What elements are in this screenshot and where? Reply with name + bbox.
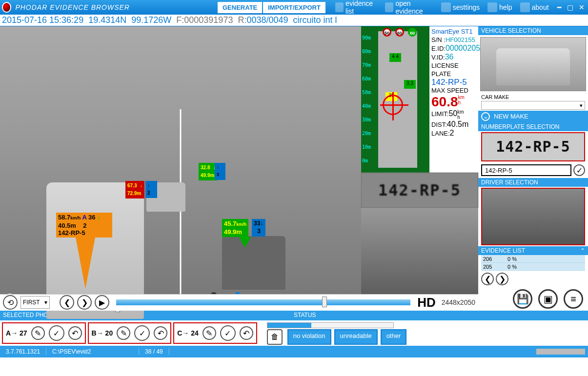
help-icon — [487, 2, 497, 12]
no-violation-button[interactable]: no violation — [287, 329, 331, 345]
resolution-label: 2448x2050 — [442, 298, 475, 306]
first-dropdown[interactable]: FIRST▾ — [20, 296, 50, 309]
group-b-edit-button[interactable]: ✎ — [117, 326, 130, 340]
group-c-edit-button[interactable]: ✎ — [203, 326, 216, 340]
chevron-down-icon: ▾ — [580, 102, 583, 109]
info-strip: 2015-07-16 15:36:29 19.4314N 99.1726W F:… — [0, 15, 588, 26]
driver-selection-header: DRIVER SELECTION — [478, 178, 588, 187]
group-a-edit-button[interactable]: ✎ — [31, 326, 45, 340]
radar-plate: 142-RP-5 — [431, 78, 476, 86]
titlebar: PHODAR EVIDENCE BROWSER GENERATE IMPORT/… — [0, 0, 588, 15]
clapper-icon — [385, 2, 393, 12]
speed-sign-2: 60 — [395, 28, 404, 37]
group-a-undo-button[interactable]: ↶ — [68, 326, 82, 340]
overlay-primary[interactable]: 58.7km/h A 36 ↓ 40.5m 2 142-RP-5 — [56, 213, 112, 237]
status-counter: 38 / 49 — [139, 348, 169, 355]
plate-crop-preview: 142-RP-5 — [361, 173, 478, 208]
menu-about[interactable]: about — [520, 2, 549, 12]
radar-dist: 40.5m — [447, 120, 468, 128]
group-b-undo-button[interactable]: ↶ — [154, 326, 167, 340]
info-frame: 0000391973 — [184, 15, 233, 25]
status-progress — [267, 322, 394, 328]
radar-vehicle-a: 4.4 — [389, 53, 401, 62]
evidence-photo[interactable]: 58.7km/h A 36 ↓ 40.5m 2 142-RP-5 67.3 ↓7… — [0, 26, 361, 307]
radar-eid: 00000205 — [446, 44, 480, 52]
minimize-button[interactable]: ━ — [555, 3, 564, 12]
radar-device: SmartEye ST1 — [431, 27, 476, 36]
delete-button[interactable]: 🗑 — [267, 329, 283, 345]
radar-lane: 2 — [450, 129, 454, 137]
menu-help[interactable]: help — [487, 2, 512, 12]
frame-slider[interactable] — [116, 299, 410, 305]
chevron-up-icon[interactable]: ⌃ — [580, 247, 585, 254]
status-path: C:\PSEV\evid2 — [46, 348, 139, 355]
other-button[interactable]: other — [381, 329, 407, 345]
vehicle-sedan-shape — [222, 236, 285, 290]
info-lat: 19.4314N — [88, 15, 126, 25]
speed-sign-3: 60 — [408, 28, 417, 37]
group-b-confirm-button[interactable]: ✓ — [134, 325, 150, 341]
radar-vehicle-b: 3.3 — [404, 80, 416, 89]
tab-import-export[interactable]: IMPORT/EXPORT — [263, 2, 325, 13]
confirm-plate-button[interactable]: ✓ — [573, 164, 585, 176]
vehicle-selection-thumb[interactable] — [480, 37, 586, 91]
numberplate-crop[interactable]: 142-RP-5 — [481, 132, 585, 161]
group-c-confirm-button[interactable]: ✓ — [220, 325, 236, 341]
group-c-undo-button[interactable]: ↶ — [240, 326, 253, 340]
radar-target-icon — [383, 95, 403, 115]
statusbar: 3.7.761.1321 C:\PSEV\evid2 38 / 49 — [0, 346, 588, 357]
selected-photos-body: A→ 27 ✎ ✓ ↶ B→ 20 ✎ ✓ ↶ C→ 24 ✎ ✓ ↶ 🗑 no… — [0, 320, 588, 346]
chevron-down-icon: ▾ — [44, 299, 47, 306]
evidence-prev-button[interactable]: ❮ — [481, 273, 494, 285]
status-scroll-placeholder[interactable] — [536, 349, 585, 355]
export-image-button[interactable]: ▣ — [538, 289, 558, 309]
info-location: circuito int l — [293, 15, 337, 25]
driver-crop[interactable] — [481, 188, 585, 245]
refresh-button[interactable]: ⟲ — [3, 295, 18, 310]
info-icon — [520, 2, 530, 12]
close-button[interactable]: ✕ — [577, 3, 586, 12]
maximize-button[interactable]: ▢ — [566, 3, 575, 12]
overlay-2-lane: ↓2 — [145, 181, 157, 198]
evidence-row[interactable]: 2050 % — [481, 263, 585, 271]
radar-limit: 50 — [448, 109, 457, 118]
database-button[interactable]: ≡ — [564, 289, 583, 309]
save-button[interactable]: 💾 — [513, 289, 532, 309]
gear-icon — [441, 2, 451, 12]
overlay-3[interactable]: 45.7km/h49.9m — [222, 219, 248, 237]
selected-group-b: B→ 20 ✎ ✓ ↶ — [88, 322, 172, 344]
list-icon — [335, 2, 344, 12]
evidence-next-button[interactable]: ❯ — [496, 273, 508, 285]
tab-generate[interactable]: GENERATE — [218, 2, 262, 13]
speed-sign-1: 50 — [383, 28, 391, 37]
menu-evidence-list[interactable]: evidence list — [335, 0, 377, 15]
selected-group-c: C→ 24 ✎ ✓ ↶ — [173, 322, 257, 344]
car-make-dropdown[interactable]: ▾ — [481, 101, 585, 110]
radar-sn: HF002155 — [446, 36, 475, 43]
car-make-label: CAR MAKE — [478, 94, 588, 100]
evidence-list-header: EVIDENCE LIST ⌃ — [478, 246, 588, 255]
evidence-row[interactable]: 2060 % — [481, 255, 585, 263]
overlay-2[interactable]: 67.3 ↓72.9m — [125, 181, 144, 198]
numberplate-input[interactable] — [481, 164, 571, 176]
app-title: PHODAR EVIDENCE BROWSER — [15, 3, 130, 11]
radar-panel: 50 60 60 4.4 3.3 36 90m 80m 70m 60m 50m … — [361, 26, 478, 307]
group-a-confirm-button[interactable]: ✓ — [49, 325, 64, 341]
info-datetime: 2015-07-16 15:36:29 — [2, 15, 83, 25]
radar-vid: 36 — [445, 53, 454, 61]
vehicle-crop-preview — [361, 208, 478, 307]
playback-controls: ⟲ FIRST▾ ❮ ❯ ▶ HD 2448x2050 — [0, 294, 478, 311]
overlay-4-lane: ↓3 — [215, 163, 225, 180]
vehicle-selection-header: VEHICLE SELECTION — [478, 26, 588, 35]
menu-settings[interactable]: sesttings — [441, 2, 480, 12]
numberplate-selection-header: NUMBERPLATE SELECTION — [478, 122, 588, 131]
play-button[interactable]: ▶ — [95, 295, 109, 310]
unreadable-button[interactable]: unreadable — [334, 329, 378, 345]
prev-button[interactable]: ❮ — [60, 295, 74, 310]
hd-label: HD — [417, 295, 436, 310]
next-button[interactable]: ❯ — [77, 295, 92, 310]
menu-open-evidence[interactable]: open evidence — [385, 0, 433, 15]
radar-graph: 50 60 60 4.4 3.3 36 90m 80m 70m 60m 50m … — [361, 26, 429, 173]
new-make-toggle[interactable]: ⌄ NEW MAKE — [478, 111, 588, 122]
photo-area: 58.7km/h A 36 ↓ 40.5m 2 142-RP-5 67.3 ↓7… — [0, 26, 478, 294]
